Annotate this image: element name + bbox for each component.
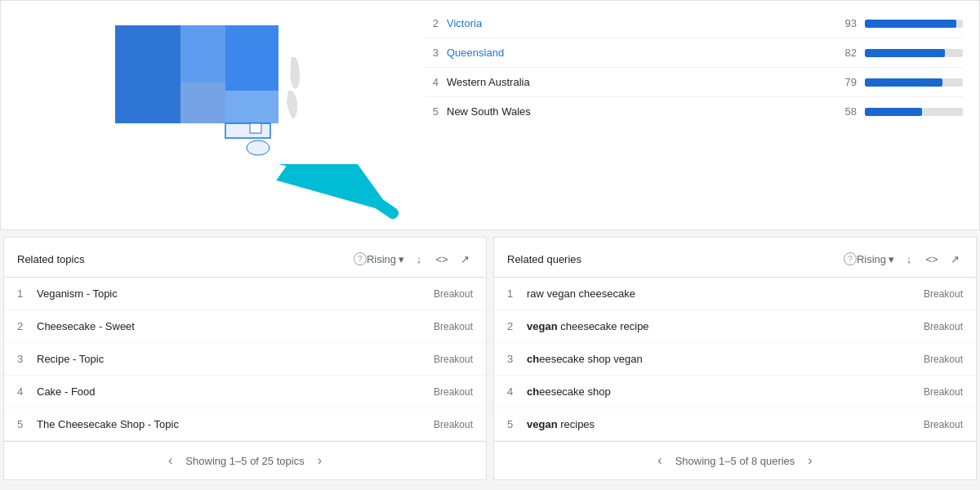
breakout-label: Breakout	[434, 419, 473, 430]
region-num: 3	[425, 47, 439, 59]
region-row-nsw: 5 New South Wales 58	[425, 97, 963, 126]
row-num: 1	[17, 287, 30, 300]
bar-fill-wa	[865, 78, 942, 87]
topics-share-btn[interactable]: ↗	[457, 251, 473, 267]
breakout-label: Breakout	[924, 419, 963, 430]
queries-next-btn[interactable]: ›	[808, 453, 812, 468]
related-queries-title: Related queries	[507, 253, 839, 265]
bar-fill-queensland	[865, 49, 945, 57]
queries-row-1: 1 raw vegan cheesecake Breakout	[494, 278, 976, 310]
topics-embed-btn[interactable]: <>	[434, 251, 450, 267]
topics-row-4: 4 Cake - Food Breakout	[4, 376, 486, 408]
bar-container-nsw	[865, 108, 963, 116]
breakout-label: Breakout	[434, 354, 473, 365]
queries-rising-label: Rising	[857, 253, 886, 265]
top-inner: 2 Victoria 93 3 Queensland 82 4	[1, 1, 979, 164]
queries-download-btn[interactable]: ↓	[901, 251, 917, 267]
queries-row-3: 3 cheesecake shop vegan Breakout	[494, 343, 976, 376]
related-topics-card: Related topics ? Rising ▾ ↓ <> ↗ 1 Vegan…	[3, 237, 487, 480]
row-label[interactable]: Veganism - Topic	[30, 287, 434, 300]
breakout-label: Breakout	[434, 386, 473, 398]
topics-footer: ‹ Showing 1–5 of 25 topics ›	[4, 441, 486, 479]
queries-embed-btn[interactable]: <>	[924, 251, 940, 267]
topics-row-5: 5 The Cheesecake Shop - Topic Breakout	[4, 408, 486, 441]
topics-prev-btn[interactable]: ‹	[168, 453, 172, 468]
row-label[interactable]: cheesecake shop vegan	[520, 353, 924, 365]
breakout-label: Breakout	[924, 386, 963, 398]
map-area	[1, 1, 409, 164]
row-num: 4	[507, 385, 520, 398]
topics-rising-filter[interactable]: Rising ▾	[367, 253, 404, 265]
act-region	[250, 123, 261, 133]
vic-region	[225, 123, 270, 138]
region-name-queensland[interactable]: Queensland	[447, 47, 824, 59]
breakout-label: Breakout	[434, 321, 473, 332]
queries-footer-text: Showing 1–5 of 8 queries	[675, 455, 795, 467]
help-icon-queries[interactable]: ?	[844, 252, 857, 265]
row-label[interactable]: Recipe - Topic	[30, 353, 434, 365]
topics-chevron-icon: ▾	[399, 253, 404, 265]
query-bold-ch: ch	[527, 353, 539, 365]
region-score-queensland: 82	[832, 47, 857, 59]
row-label[interactable]: Cheesecake - Sweet	[30, 320, 434, 332]
row-num: 5	[17, 418, 30, 430]
queries-share-btn[interactable]: ↗	[947, 251, 963, 267]
help-icon-topics[interactable]: ?	[354, 252, 367, 265]
breakout-label: Breakout	[924, 288, 963, 300]
row-label[interactable]: raw vegan cheesecake	[520, 287, 924, 300]
queries-row-4: 4 cheesecake shop Breakout	[494, 376, 976, 408]
bar-fill-nsw	[865, 108, 922, 116]
topics-row-2: 2 Cheesecake - Sweet Breakout	[4, 310, 486, 343]
topics-row-3: 3 Recipe - Topic Breakout	[4, 343, 486, 376]
query-bold-vegan2: vegan	[527, 418, 558, 430]
related-queries-header: Related queries ? Rising ▾ ↓ <> ↗	[494, 238, 976, 278]
region-num: 2	[425, 17, 439, 29]
row-num: 4	[17, 385, 30, 398]
row-num: 1	[507, 287, 520, 300]
tas-region	[247, 140, 270, 155]
topics-next-btn[interactable]: ›	[318, 453, 322, 468]
bottom-section: Related topics ? Rising ▾ ↓ <> ↗ 1 Vegan…	[0, 237, 980, 480]
queries-row-2: 2 vegan cheesecake recipe Breakout	[494, 310, 976, 343]
region-row-victoria: 2 Victoria 93	[425, 9, 963, 38]
breakout-label: Breakout	[434, 288, 473, 300]
row-num: 5	[507, 418, 520, 430]
region-num: 5	[425, 105, 439, 118]
related-topics-header: Related topics ? Rising ▾ ↓ <> ↗	[4, 238, 486, 278]
region-num: 4	[425, 76, 439, 88]
row-label[interactable]: vegan recipes	[520, 418, 924, 430]
breakout-label: Breakout	[924, 354, 963, 365]
row-label[interactable]: Cake - Food	[30, 385, 434, 398]
region-name-victoria[interactable]: Victoria	[447, 17, 824, 29]
related-topics-title: Related topics	[17, 253, 349, 265]
arrow-section	[1, 164, 979, 229]
topics-row-1: 1 Veganism - Topic Breakout	[4, 278, 486, 310]
nsw-region	[225, 91, 278, 123]
query-bold-vegan: vegan	[527, 320, 558, 332]
row-label[interactable]: vegan cheesecake recipe	[520, 320, 924, 332]
cyan-arrow-svg	[229, 164, 474, 229]
related-queries-card: Related queries ? Rising ▾ ↓ <> ↗ 1 raw …	[493, 237, 977, 480]
nz-south-region	[287, 91, 297, 119]
region-row-wa: 4 Western Australia 79	[425, 68, 963, 97]
queries-rising-filter[interactable]: Rising ▾	[857, 253, 894, 265]
queries-prev-btn[interactable]: ‹	[657, 453, 662, 468]
row-num: 3	[507, 353, 520, 365]
breakout-label: Breakout	[924, 321, 963, 332]
region-row-queensland: 3 Queensland 82	[425, 38, 963, 68]
queries-row-5: 5 vegan recipes Breakout	[494, 408, 976, 441]
row-num: 2	[507, 320, 520, 332]
sa-region	[180, 82, 225, 123]
qld-region	[225, 25, 278, 91]
region-name-nsw: New South Wales	[447, 105, 824, 118]
queries-header-controls: Rising ▾ ↓ <> ↗	[857, 251, 963, 267]
bar-fill-victoria	[865, 20, 956, 28]
topics-download-btn[interactable]: ↓	[411, 251, 427, 267]
queries-footer: ‹ Showing 1–5 of 8 queries ›	[494, 441, 976, 479]
row-label[interactable]: cheesecake shop	[520, 385, 924, 398]
region-score-wa: 79	[832, 76, 857, 88]
row-label[interactable]: The Cheesecake Shop - Topic	[30, 418, 434, 430]
nz-north-region	[290, 57, 300, 89]
australia-map-svg	[99, 9, 311, 156]
top-card: 2 Victoria 93 3 Queensland 82 4	[0, 0, 980, 230]
